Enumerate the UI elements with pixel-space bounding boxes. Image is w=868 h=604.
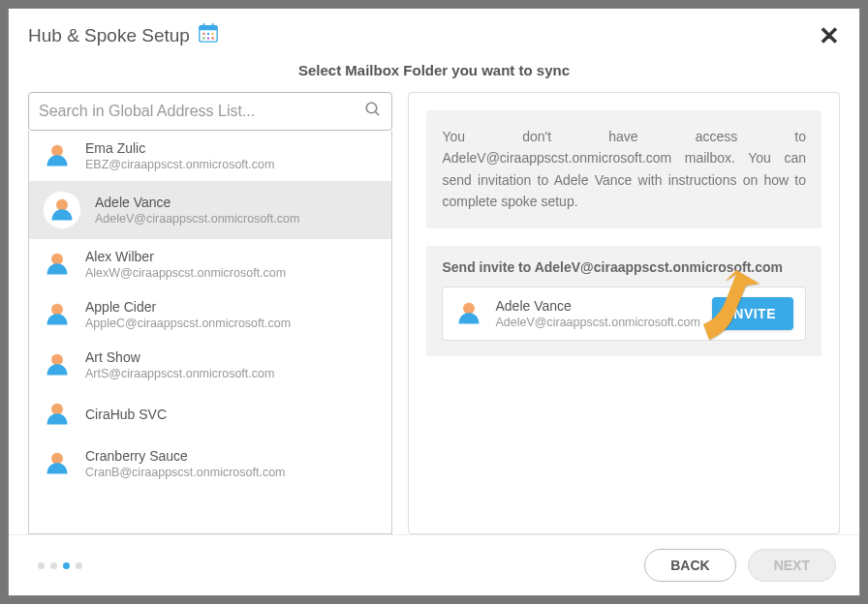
person-name: Alex Wilber <box>85 249 286 264</box>
instruction-text: Select Mailbox Folder you want to sync <box>9 56 859 92</box>
svg-rect-3 <box>212 23 214 28</box>
svg-point-4 <box>202 33 204 35</box>
svg-point-15 <box>51 304 63 316</box>
step-dot <box>76 562 82 569</box>
calendar-icon <box>198 22 219 48</box>
invite-person-email: AdeleV@ciraappscst.onmicrosoft.com <box>495 316 699 329</box>
list-item[interactable]: Ema Zulic EBZ@ciraappscst.onmicrosoft.co… <box>29 131 391 181</box>
person-email: EBZ@ciraappscst.onmicrosoft.com <box>85 158 274 171</box>
left-column: Ema Zulic EBZ@ciraappscst.onmicrosoft.co… <box>28 92 392 534</box>
list-item[interactable]: Adele Vance AdeleV@ciraappscst.onmicroso… <box>29 181 391 239</box>
access-message: You don't have access to AdeleV@ciraapps… <box>426 110 822 228</box>
person-info: CiraHub SVC <box>85 407 167 422</box>
svg-point-12 <box>51 145 63 157</box>
list-item[interactable]: CiraHub SVC <box>29 390 391 438</box>
modal-title: Hub & Spoke Setup <box>28 22 219 48</box>
invite-card: Adele Vance AdeleV@ciraappscst.onmicroso… <box>442 287 806 341</box>
svg-point-5 <box>207 33 209 35</box>
person-email: CranB@ciraappscst.onmicrosoft.com <box>85 466 286 479</box>
invite-info: Adele Vance AdeleV@ciraappscst.onmicroso… <box>495 298 699 329</box>
step-dot <box>38 562 45 569</box>
address-list[interactable]: Ema Zulic EBZ@ciraappscst.onmicrosoft.co… <box>28 131 392 534</box>
svg-point-17 <box>51 404 63 415</box>
right-column: You don't have access to AdeleV@ciraapps… <box>408 92 840 534</box>
step-dots <box>38 562 82 569</box>
invite-heading: Send invite to AdeleV@ciraappscst.onmicr… <box>442 259 806 275</box>
modal-body: Ema Zulic EBZ@ciraappscst.onmicrosoft.co… <box>9 92 859 534</box>
svg-point-13 <box>56 199 68 211</box>
svg-line-11 <box>376 111 380 115</box>
svg-point-10 <box>367 103 378 113</box>
person-name: Art Show <box>85 349 274 365</box>
person-info: Alex Wilber AlexW@ciraappscst.onmicrosof… <box>85 249 286 280</box>
person-name: Ema Zulic <box>85 140 274 156</box>
person-info: Art Show ArtS@ciraappscst.onmicrosoft.co… <box>85 349 274 380</box>
invite-button[interactable]: INVITE <box>712 297 793 330</box>
avatar-icon <box>43 191 81 229</box>
search-icon <box>364 101 382 122</box>
person-info: Adele Vance AdeleV@ciraappscst.onmicroso… <box>95 195 299 226</box>
search-input[interactable] <box>39 103 364 120</box>
person-info: Cranberry Sauce CranB@ciraappscst.onmicr… <box>85 448 286 479</box>
back-button[interactable]: BACK <box>644 549 735 582</box>
close-icon[interactable]: ✕ <box>819 23 840 48</box>
avatar-icon <box>454 299 483 328</box>
person-email: AppleC@ciraappscst.onmicrosoft.com <box>85 317 291 330</box>
modal-header: Hub & Spoke Setup ✕ <box>9 9 859 56</box>
search-box[interactable] <box>28 92 392 131</box>
svg-point-8 <box>207 37 209 39</box>
avatar-icon <box>43 300 72 329</box>
person-info: Apple Cider AppleC@ciraappscst.onmicroso… <box>85 299 291 330</box>
svg-rect-2 <box>202 23 204 28</box>
person-name: CiraHub SVC <box>85 407 167 422</box>
step-dot <box>50 562 57 569</box>
svg-point-14 <box>51 254 63 265</box>
title-text: Hub & Spoke Setup <box>28 25 190 46</box>
person-email: AlexW@ciraappscst.onmicrosoft.com <box>85 266 286 280</box>
svg-point-16 <box>51 354 63 366</box>
list-item[interactable]: Art Show ArtS@ciraappscst.onmicrosoft.co… <box>29 340 391 390</box>
avatar-icon <box>43 350 72 379</box>
invite-person-name: Adele Vance <box>495 298 699 314</box>
svg-point-18 <box>51 453 63 465</box>
list-item[interactable]: Alex Wilber AlexW@ciraappscst.onmicrosof… <box>29 239 391 289</box>
avatar-icon <box>43 449 72 478</box>
list-item[interactable]: Cranberry Sauce CranB@ciraappscst.onmicr… <box>29 438 391 489</box>
avatar-icon <box>43 250 72 279</box>
avatar-icon <box>43 141 72 170</box>
step-dot <box>63 562 70 569</box>
person-name: Adele Vance <box>95 195 299 210</box>
svg-point-9 <box>211 37 213 39</box>
person-name: Apple Cider <box>85 299 291 315</box>
footer-buttons: BACK NEXT <box>644 549 836 582</box>
svg-point-6 <box>211 33 213 35</box>
modal-footer: BACK NEXT <box>9 534 859 595</box>
svg-point-7 <box>202 37 204 39</box>
next-button: NEXT <box>748 549 836 582</box>
list-item[interactable]: Apple Cider AppleC@ciraappscst.onmicroso… <box>29 289 391 340</box>
modal-dialog: Hub & Spoke Setup ✕ Select Mailbox Folde… <box>8 8 860 596</box>
avatar-icon <box>43 400 72 429</box>
svg-rect-1 <box>200 26 217 31</box>
svg-point-19 <box>463 302 475 314</box>
person-email: ArtS@ciraappscst.onmicrosoft.com <box>85 367 274 380</box>
person-name: Cranberry Sauce <box>85 448 286 464</box>
invite-section: Send invite to AdeleV@ciraappscst.onmicr… <box>426 246 822 356</box>
person-info: Ema Zulic EBZ@ciraappscst.onmicrosoft.co… <box>85 140 274 171</box>
person-email: AdeleV@ciraappscst.onmicrosoft.com <box>95 212 299 226</box>
